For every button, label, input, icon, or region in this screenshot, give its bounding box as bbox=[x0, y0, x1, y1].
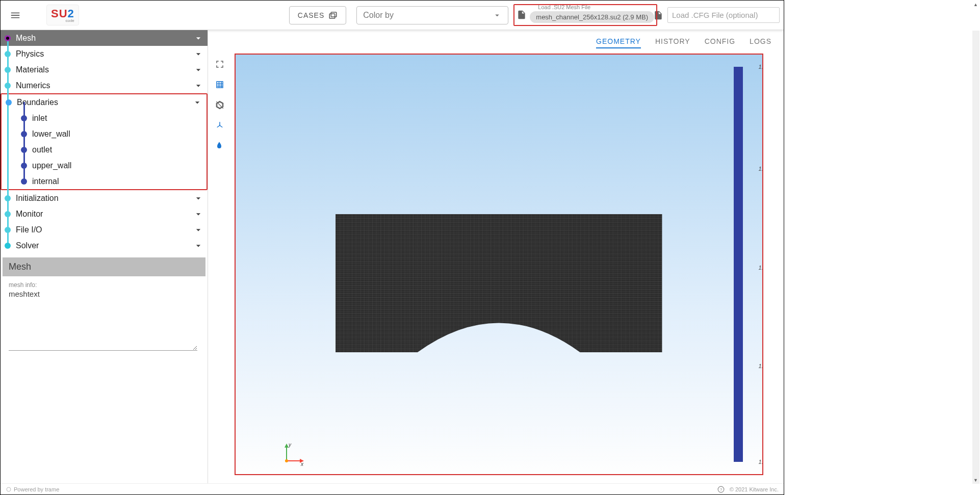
svg-point-2 bbox=[219, 125, 220, 126]
colorbar: 1.00 1.00 1.00 1.00 1.00 bbox=[734, 67, 755, 462]
tab-config[interactable]: CONFIG bbox=[705, 37, 735, 48]
viewport[interactable]: 1.00 1.00 1.00 1.00 1.00 y bbox=[235, 54, 763, 475]
mesh-visualization bbox=[336, 214, 662, 353]
cube-off-icon[interactable] bbox=[213, 98, 226, 112]
axes-icon[interactable] bbox=[213, 119, 226, 132]
svg-marker-10 bbox=[285, 444, 289, 448]
chevron-down-icon bbox=[193, 209, 203, 219]
circle-icon bbox=[6, 486, 12, 492]
svg-text:y: y bbox=[288, 442, 292, 448]
logo: SU2 code bbox=[46, 5, 79, 25]
droplet-icon[interactable] bbox=[213, 139, 226, 151]
main: GEOMETRY HISTORY CONFIG LOGS bbox=[208, 30, 784, 483]
colorby-dropdown[interactable]: Color by bbox=[356, 6, 508, 24]
chevron-down-icon bbox=[193, 65, 203, 75]
chevron-down-icon bbox=[193, 81, 203, 91]
tab-logs[interactable]: LOGS bbox=[750, 37, 771, 48]
tree-item-boundaries[interactable]: Boundaries bbox=[2, 94, 207, 110]
tree-item-solver[interactable]: Solver bbox=[1, 238, 208, 253]
help-icon[interactable]: ? bbox=[717, 486, 725, 493]
svg-point-16 bbox=[7, 487, 11, 491]
mesh-file-chip[interactable]: mesh_channel_256x128.su2 (2.9 MB) bbox=[530, 11, 654, 23]
cases-icon bbox=[328, 11, 338, 20]
tree-item-upper-wall[interactable]: upper_wall bbox=[2, 158, 207, 173]
svg-text:x: x bbox=[300, 461, 304, 467]
footer-right: © 2021 Kitware Inc. bbox=[730, 486, 779, 492]
tab-geometry[interactable]: GEOMETRY bbox=[596, 37, 641, 48]
tree: Mesh Physics Materials Numerics bbox=[1, 30, 208, 253]
tree-item-initialization[interactable]: Initialization bbox=[1, 190, 208, 206]
mesh-info-label: mesh info: bbox=[9, 281, 199, 289]
mesh-file-area[interactable]: Load .SU2 Mesh File mesh_channel_256x128… bbox=[513, 4, 657, 26]
chevron-down-icon bbox=[193, 225, 203, 235]
header: SU2 code CASES Color by Load .SU2 Mesh F… bbox=[1, 1, 784, 30]
chevron-down-icon bbox=[493, 11, 502, 20]
axes-gizmo: y x bbox=[280, 441, 306, 467]
footer-left: Powered by trame bbox=[14, 486, 59, 492]
tree-item-numerics[interactable]: Numerics bbox=[1, 77, 208, 93]
chevron-down-icon bbox=[193, 49, 203, 59]
mesh-file-label: Load .SU2 Mesh File bbox=[536, 4, 592, 10]
chevron-down-icon bbox=[192, 97, 202, 108]
fullscreen-icon[interactable] bbox=[213, 58, 226, 71]
view-tools bbox=[213, 58, 226, 151]
tree-item-internal[interactable]: internal bbox=[2, 173, 207, 189]
tree-item-materials[interactable]: Materials bbox=[1, 62, 208, 77]
sidebar: Mesh Physics Materials Numerics bbox=[1, 30, 208, 483]
grid-icon[interactable] bbox=[213, 78, 226, 91]
cases-button[interactable]: CASES bbox=[289, 6, 346, 24]
svg-text:?: ? bbox=[720, 487, 722, 491]
tree-item-fileio[interactable]: File I/O bbox=[1, 222, 208, 238]
chevron-down-icon bbox=[193, 193, 203, 203]
scrollbar[interactable]: ▲ ▼ bbox=[972, 31, 979, 484]
tree-item-outlet[interactable]: outlet bbox=[2, 142, 207, 158]
tabs: GEOMETRY HISTORY CONFIG LOGS bbox=[208, 30, 784, 54]
tree-item-lower-wall[interactable]: lower_wall bbox=[2, 126, 207, 142]
file-icon bbox=[517, 10, 527, 20]
tree-item-physics[interactable]: Physics bbox=[1, 46, 208, 62]
cfg-file-input[interactable] bbox=[667, 7, 780, 23]
tab-history[interactable]: HISTORY bbox=[655, 37, 690, 48]
tree-item-inlet[interactable]: inlet bbox=[2, 110, 207, 126]
footer: Powered by trame ? © 2021 Kitware Inc. bbox=[1, 483, 784, 494]
chevron-down-icon bbox=[193, 241, 203, 251]
svg-point-15 bbox=[285, 459, 288, 462]
tree-item-monitor[interactable]: Monitor bbox=[1, 206, 208, 222]
chevron-down-icon bbox=[193, 33, 203, 43]
mesh-info-text[interactable]: meshtext bbox=[9, 290, 197, 351]
menu-icon[interactable] bbox=[5, 5, 26, 26]
mesh-panel: Mesh mesh info: meshtext bbox=[3, 257, 205, 356]
panel-title: Mesh bbox=[3, 257, 205, 276]
tree-item-mesh[interactable]: Mesh bbox=[1, 30, 208, 46]
